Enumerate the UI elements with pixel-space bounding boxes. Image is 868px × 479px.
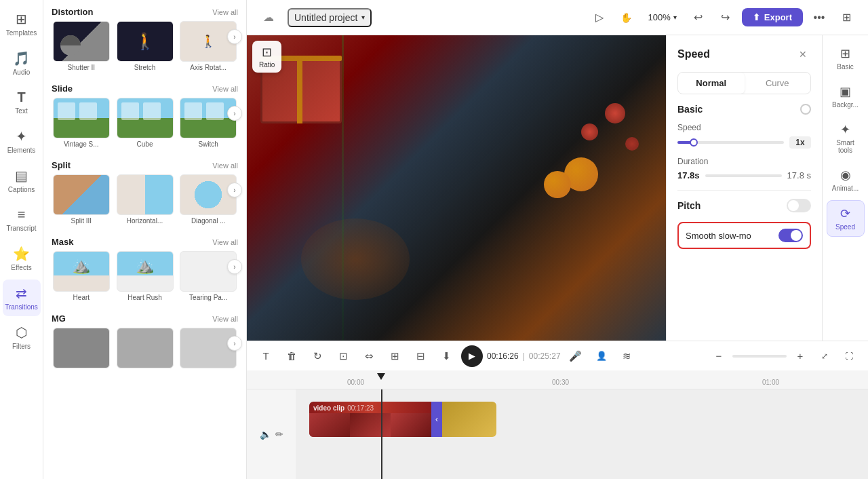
speed-panel: Speed ✕ Normal Curve Basic Speed <box>666 35 822 341</box>
edit-icon[interactable]: ✏ <box>275 429 283 440</box>
sidebar-item-transcript[interactable]: ≡ Transcript <box>3 202 41 237</box>
tab-curve[interactable]: Curve <box>745 73 811 94</box>
transition-horizontal[interactable]: Horizontal... <box>115 174 175 225</box>
distortion-view-all[interactable]: View all <box>212 8 238 16</box>
split-view-button[interactable]: ⊞ <box>835 7 857 28</box>
export-frame-button[interactable]: ⬇ <box>435 345 457 367</box>
transition-mg3[interactable] <box>178 328 238 370</box>
transition-shutter[interactable]: Shutter II <box>52 21 111 71</box>
transition-vintage[interactable]: Vintage S... <box>52 98 111 148</box>
hand-tool-button[interactable]: ✋ <box>616 7 637 28</box>
microphone-button[interactable]: 🎤 <box>565 345 587 367</box>
right-sidebar-basic[interactable]: ⊞ Basic <box>827 41 865 76</box>
distortion-arrow[interactable]: › <box>227 29 242 44</box>
sidebar-item-effects[interactable]: ⭐ Effects <box>3 240 41 277</box>
text-tool-button[interactable]: T <box>255 345 277 367</box>
clip-end-marker[interactable]: ‹ <box>431 402 442 437</box>
speed-param-label: Speed <box>677 123 811 132</box>
right-sidebar-background[interactable]: ▣ Backgr... <box>827 79 865 114</box>
basic-radio[interactable] <box>800 104 811 115</box>
export-button[interactable]: ⬆ Export <box>742 8 803 26</box>
split-arrow[interactable]: › <box>227 183 242 197</box>
right-sidebar-animate[interactable]: ◉ Animat... <box>827 162 865 197</box>
zoom-chevron-icon: ▾ <box>673 14 677 21</box>
video-preview: ⊡ Ratio <box>247 35 666 341</box>
pointer-tool-button[interactable]: ▷ <box>589 7 610 28</box>
duration-slider[interactable] <box>705 174 782 177</box>
split-view-all[interactable]: View all <box>212 161 238 170</box>
transition-heart[interactable]: ⛰️ Heart <box>52 251 111 301</box>
project-name-button[interactable]: Untitled project ▾ <box>288 8 372 27</box>
zoom-level-button[interactable]: 100% ▾ <box>643 9 682 25</box>
slide-row: Vintage S... Cube Switch › <box>43 98 246 153</box>
zoom-out-button[interactable]: − <box>708 345 730 367</box>
mask-arrow[interactable]: › <box>227 259 242 274</box>
clip-gold-segment[interactable] <box>442 402 496 437</box>
ratio-button[interactable]: ⊡ Ratio <box>252 41 281 73</box>
dropdown-chevron-icon: ▾ <box>361 14 365 21</box>
merge-button[interactable]: ⊞ <box>384 345 406 367</box>
pitch-toggle[interactable] <box>787 199 811 212</box>
waveform-button[interactable]: ≋ <box>616 345 638 367</box>
sidebar-item-audio[interactable]: 🎵 Audio <box>3 45 41 81</box>
sidebar-item-label: Audio <box>13 69 31 76</box>
sidebar-item-elements[interactable]: ✦ Elements <box>3 123 41 159</box>
sidebar-item-templates[interactable]: ⊞ Templates <box>3 5 41 42</box>
transition-split3[interactable]: Split III <box>52 174 111 225</box>
slide-view-all[interactable]: View all <box>212 85 238 93</box>
fullscreen-button[interactable]: ⛶ <box>838 345 860 367</box>
transition-cube[interactable]: Cube <box>115 98 175 148</box>
mg-view-all[interactable]: View all <box>212 315 238 323</box>
more-options-button[interactable]: ••• <box>808 7 830 28</box>
slide-arrow[interactable]: › <box>227 106 242 121</box>
speed-slider-thumb <box>690 138 698 147</box>
canvas-container: ⊡ Ratio Speed ✕ Normal Curve <box>247 35 868 341</box>
transition-mg2[interactable] <box>115 328 175 370</box>
video-clip-main[interactable]: video clip 00:17:23 <box>309 402 431 437</box>
delete-button[interactable]: 🗑 <box>281 345 302 367</box>
loop-button[interactable]: ↻ <box>307 345 328 367</box>
crop-button[interactable]: ⊡ <box>332 345 354 367</box>
transition-diagonal[interactable]: Diagonal ... <box>178 174 238 225</box>
speed-tabs: Normal Curve <box>677 72 811 94</box>
transition-stretch[interactable]: 🚶 Stretch <box>115 21 175 71</box>
transition-heart-rush[interactable]: ⛰️ Heart Rush <box>115 251 175 301</box>
filters-icon: ⬡ <box>16 324 27 341</box>
sidebar-item-transitions[interactable]: ⇄ Transitions <box>3 280 41 316</box>
volume-icon[interactable]: 🔈 <box>260 429 271 440</box>
sidebar-item-filters[interactable]: ⬡ Filters <box>3 319 41 356</box>
flip-button[interactable]: ⇔ <box>358 345 380 367</box>
switch-label: Switch <box>198 140 218 148</box>
split3-label: Split III <box>71 217 92 225</box>
zoom-in-button[interactable]: + <box>789 345 811 367</box>
transition-switch[interactable]: Switch <box>178 98 238 148</box>
speed-slider-track[interactable] <box>677 141 784 144</box>
diagonal-label: Diagonal ... <box>191 217 226 225</box>
sidebar-item-label: Captions <box>8 186 35 193</box>
smooth-toggle[interactable] <box>778 229 803 242</box>
undo-button[interactable]: ↩ <box>688 7 709 28</box>
shutter-label: Shutter II <box>68 64 96 71</box>
split-button[interactable]: ⊟ <box>410 345 431 367</box>
sidebar-item-captions[interactable]: ▤ Captions <box>3 162 41 199</box>
zoom-controls: − + ⤢ ⛶ <box>708 345 860 367</box>
zoom-track[interactable] <box>732 355 787 358</box>
mask-view-all[interactable]: View all <box>212 238 238 246</box>
transition-axis[interactable]: 🚶 Axis Rotat... <box>178 21 238 71</box>
right-sidebar-smart-tools[interactable]: ✦ Smart tools <box>827 117 865 159</box>
right-sidebar-speed[interactable]: ⟳ Speed <box>827 200 865 237</box>
tab-normal[interactable]: Normal <box>678 73 745 94</box>
track-controls: 🔈 ✏ <box>247 389 296 479</box>
mg-arrow[interactable]: › <box>227 336 242 351</box>
speed-close-button[interactable]: ✕ <box>795 46 811 62</box>
fit-view-button[interactable]: ⤢ <box>814 345 835 367</box>
transition-tearing[interactable]: Tearing Pa... <box>178 251 238 301</box>
total-time: 00:25:27 <box>529 351 561 361</box>
person-icon-button[interactable]: 👤 <box>591 345 612 367</box>
sidebar-item-text[interactable]: T Text <box>3 84 41 120</box>
cube-thumb <box>117 98 174 138</box>
redo-button[interactable]: ↪ <box>715 7 736 28</box>
video-clip-container: video clip 00:17:23 ‹ <box>309 402 496 437</box>
transition-mg1[interactable] <box>52 328 111 370</box>
play-button[interactable]: ▶ <box>461 345 483 367</box>
